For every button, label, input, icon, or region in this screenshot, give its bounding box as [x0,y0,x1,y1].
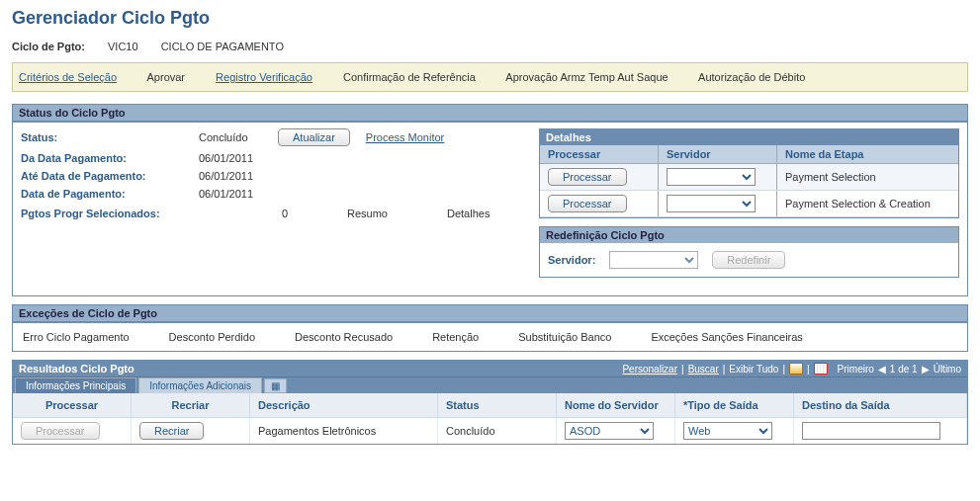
tab-autorizacao-debito[interactable]: Autorização de Débito [698,71,805,83]
data-label: Data de Pagamento: [21,188,199,200]
exc-item-3[interactable]: Retenção [432,331,479,343]
status-panel: Status do Ciclo Pgto Status: Concluído A… [12,104,968,296]
col-servidor: Servidor [659,145,777,163]
detalhes-header: Detalhes [540,129,958,145]
da-data-value: 06/01/2011 [199,152,278,164]
status-label: Status: [21,131,199,143]
ate-data-label: Até Data de Pagamento: [21,170,199,182]
exc-item-4[interactable]: Substituição Banco [518,331,611,343]
pgtos-progr-value: 0 [228,208,288,219]
ate-data-value: 06/01/2011 [199,170,278,182]
gcol-nome-servidor: Nome do Servidor [557,393,675,417]
resumo-link[interactable]: Resumo [347,208,388,219]
exc-item-0[interactable]: Erro Ciclo Pagamento [23,331,130,343]
cycle-code: VIC10 [108,41,138,52]
servidor-select-1[interactable] [667,195,756,212]
calendar-icon[interactable] [814,363,828,375]
subtab-info-principais[interactable]: Informações Principais [15,377,136,393]
redef-box: Redefinição Ciclo Pgto Servidor: Redefin… [539,226,959,278]
status-value: Concluído [199,131,278,143]
excecoes-panel: Exceções de Ciclo de Pgto Erro Ciclo Pag… [12,304,968,352]
nav-next-icon[interactable]: ▶ [922,364,930,375]
process-monitor-link[interactable]: Process Monitor [366,131,444,143]
page-title: Gerenciador Ciclo Pgto [12,8,968,29]
row-status: Concluído [438,418,557,444]
data-value: 06/01/2011 [199,188,278,200]
row-recriar-button[interactable]: Recriar [139,422,204,440]
da-data-label: Da Data Pagamento: [21,152,199,164]
gcol-destino-saida: Destino da Saída [794,393,967,417]
step-name-1: Payment Selection & Creation [777,191,958,216]
exc-item-2[interactable]: Desconto Recusado [295,331,393,343]
nav-counter: 1 de 1 [890,364,918,375]
detalhes-box: Detalhes Processar Servidor Nome da Etap… [539,128,959,218]
processar-button-0[interactable]: Processar [548,168,627,186]
redef-header: Redefinição Ciclo Pgto [540,227,958,243]
col-processar: Processar [540,145,659,163]
row-destino-saida-input[interactable] [802,422,940,440]
gcol-tipo-saida: *Tipo de Saída [675,393,794,417]
show-all-columns-icon[interactable]: ▦ [264,378,287,393]
status-header: Status do Ciclo Pgto [13,105,967,123]
gcol-descricao: Descrição [250,393,438,417]
download-icon[interactable] [789,363,803,375]
results-panel: Resultados Ciclo Pgto Personalizar | Bus… [12,360,968,445]
processar-button-1[interactable]: Processar [548,195,627,212]
pgtos-progr-label: Pgtos Progr Selecionados: [21,208,199,219]
tab-confirmacao-referencia[interactable]: Confirmação de Referência [343,71,476,83]
personalizar-link[interactable]: Personalizar [622,364,677,375]
redefinir-button: Redefinir [712,251,785,269]
atualizar-button[interactable]: Atualizar [278,128,350,146]
tab-aprovacao-armz[interactable]: Aprovação Armz Temp Aut Saque [505,71,668,83]
grid-row-0: Processar Recriar Pagamentos Eletrônicos… [13,418,967,444]
nav-ultimo: Último [934,364,961,375]
redef-servidor-select [609,251,698,269]
row-nome-servidor-select[interactable]: ASOD [565,422,654,440]
row-processar-button: Processar [21,422,100,440]
exc-item-1[interactable]: Desconto Perdido [169,331,255,343]
gcol-processar: Processar [13,393,132,417]
subtab-info-adicionais[interactable]: Informações Adicionais [138,377,262,393]
excecoes-header: Exceções de Ciclo de Pgto [13,305,967,323]
tab-registro-verificacao[interactable]: Registro Verificação [216,71,312,83]
tab-aprovar[interactable]: Aprovar [147,71,186,83]
cycle-desc: CICLO DE PAGAMENTO [161,41,284,52]
gcol-recriar: Recriar [132,393,250,417]
col-nome-etapa: Nome da Etapa [777,145,958,163]
exc-item-5[interactable]: Exceções Sanções Financeiras [651,331,802,343]
detalhes-row-0: Processar Payment Selection [540,164,958,191]
nav-prev-icon[interactable]: ◀ [878,364,886,375]
row-tipo-saida-select[interactable]: Web [683,422,772,440]
gcol-status: Status [438,393,557,417]
tab-criterios-selecao[interactable]: Critérios de Seleção [19,71,117,83]
detalhes-link[interactable]: Detalhes [447,208,490,219]
redef-servidor-label: Servidor: [548,254,595,266]
cycle-info: Ciclo de Pgto: VIC10 CICLO DE PAGAMENTO [12,41,968,52]
nav-primeiro: Primeiro [838,364,874,375]
step-name-0: Payment Selection [777,164,958,190]
buscar-link[interactable]: Buscar [688,364,719,375]
cycle-label: Ciclo de Pgto: [12,41,85,52]
exibir-tudo-link: Exibir Tudo [729,364,778,375]
top-tabbar: Critérios de Seleção Aprovar Registro Ve… [12,62,968,92]
detalhes-row-1: Processar Payment Selection & Creation [540,191,958,217]
results-title: Resultados Ciclo Pgto [19,363,134,375]
servidor-select-0[interactable] [667,168,756,186]
row-descricao: Pagamentos Eletrônicos [250,418,438,444]
